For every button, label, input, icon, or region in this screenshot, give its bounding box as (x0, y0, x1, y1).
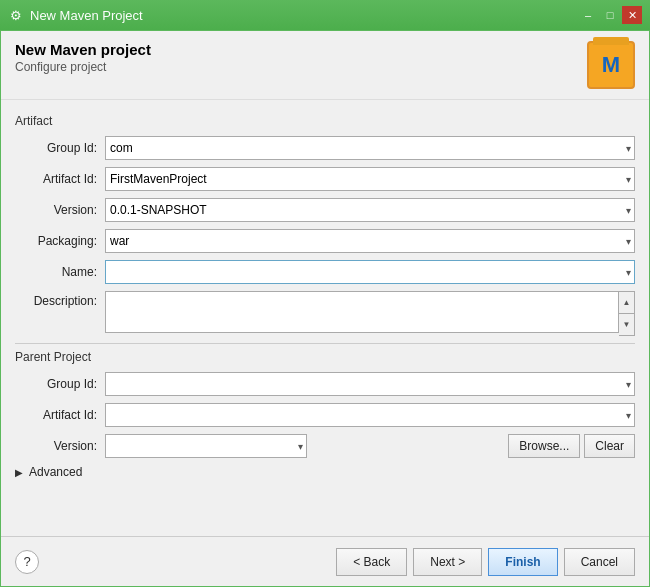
footer-left: ? (15, 550, 39, 574)
parent-version-label: Version: (15, 439, 105, 453)
title-bar: ⚙ New Maven Project – □ ✕ (0, 0, 650, 30)
name-row: Name: (15, 260, 635, 284)
description-wrapper: ▲ ▼ (105, 291, 635, 336)
header-text: New Maven project Configure project (15, 41, 151, 74)
groupid-row: Group Id: (15, 136, 635, 160)
minimize-button[interactable]: – (578, 6, 598, 24)
description-scrollbar: ▲ ▼ (619, 291, 635, 336)
section-divider (15, 343, 635, 344)
cancel-button[interactable]: Cancel (564, 548, 635, 576)
back-button[interactable]: < Back (336, 548, 407, 576)
scroll-up-button[interactable]: ▲ (619, 292, 634, 314)
form-content: Artifact Group Id: Artifact Id: Version:… (1, 100, 649, 536)
scroll-down-button[interactable]: ▼ (619, 314, 634, 335)
name-input[interactable] (105, 260, 635, 284)
finish-button[interactable]: Finish (488, 548, 557, 576)
main-window: New Maven project Configure project M Ar… (0, 30, 650, 587)
artifactid-label: Artifact Id: (15, 172, 105, 186)
packaging-row: Packaging: war jar pom ear (15, 229, 635, 253)
page-title: New Maven project (15, 41, 151, 58)
advanced-label: Advanced (29, 465, 82, 479)
browse-button[interactable]: Browse... (508, 434, 580, 458)
version-label: Version: (15, 203, 105, 217)
artifactid-combo-wrapper (105, 167, 635, 191)
footer-buttons: < Back Next > Finish Cancel (336, 548, 635, 576)
artifactid-input[interactable] (105, 167, 635, 191)
wizard-footer: ? < Back Next > Finish Cancel (1, 536, 649, 586)
name-combo-wrapper (105, 260, 635, 284)
groupid-input[interactable] (105, 136, 635, 160)
packaging-label: Packaging: (15, 234, 105, 248)
window-title: New Maven Project (30, 8, 143, 23)
parent-version-select[interactable] (105, 434, 307, 458)
artifactid-row: Artifact Id: (15, 167, 635, 191)
close-button[interactable]: ✕ (622, 6, 642, 24)
advanced-section[interactable]: ▶ Advanced (15, 465, 635, 479)
clear-button[interactable]: Clear (584, 434, 635, 458)
parent-version-combo-wrapper (105, 434, 307, 458)
expand-icon: ▶ (15, 467, 23, 478)
parent-groupid-combo-wrapper (105, 372, 635, 396)
settings-icon: ⚙ (8, 7, 24, 23)
version-row: Version: 0.0.1-SNAPSHOT 1.0.0-SNAPSHOT 1… (15, 198, 635, 222)
packaging-combo-wrapper: war jar pom ear (105, 229, 635, 253)
parent-groupid-input[interactable] (105, 372, 635, 396)
help-button[interactable]: ? (15, 550, 39, 574)
groupid-combo-wrapper (105, 136, 635, 160)
description-row: Description: ▲ ▼ (15, 291, 635, 336)
window-controls: – □ ✕ (578, 6, 642, 24)
parent-artifactid-input[interactable] (105, 403, 635, 427)
artifact-section-label: Artifact (15, 114, 635, 128)
version-combo-wrapper: 0.0.1-SNAPSHOT 1.0.0-SNAPSHOT 1.0.0 (105, 198, 635, 222)
parent-artifactid-combo-wrapper (105, 403, 635, 427)
description-label: Description: (15, 291, 105, 308)
description-textarea[interactable] (105, 291, 619, 333)
next-button[interactable]: Next > (413, 548, 482, 576)
title-bar-left: ⚙ New Maven Project (8, 7, 143, 23)
maven-logo: M (587, 41, 635, 89)
parent-version-row: Version: Browse... Clear (15, 434, 635, 458)
wizard-header: New Maven project Configure project M (1, 31, 649, 100)
page-subtitle: Configure project (15, 60, 151, 74)
name-label: Name: (15, 265, 105, 279)
parent-groupid-label: Group Id: (15, 377, 105, 391)
version-select[interactable]: 0.0.1-SNAPSHOT 1.0.0-SNAPSHOT 1.0.0 (105, 198, 635, 222)
groupid-label: Group Id: (15, 141, 105, 155)
parent-artifactid-row: Artifact Id: (15, 403, 635, 427)
maven-letter: M (602, 52, 620, 78)
parent-section-label: Parent Project (15, 350, 635, 364)
maximize-button[interactable]: □ (600, 6, 620, 24)
parent-artifactid-label: Artifact Id: (15, 408, 105, 422)
packaging-select[interactable]: war jar pom ear (105, 229, 635, 253)
parent-groupid-row: Group Id: (15, 372, 635, 396)
